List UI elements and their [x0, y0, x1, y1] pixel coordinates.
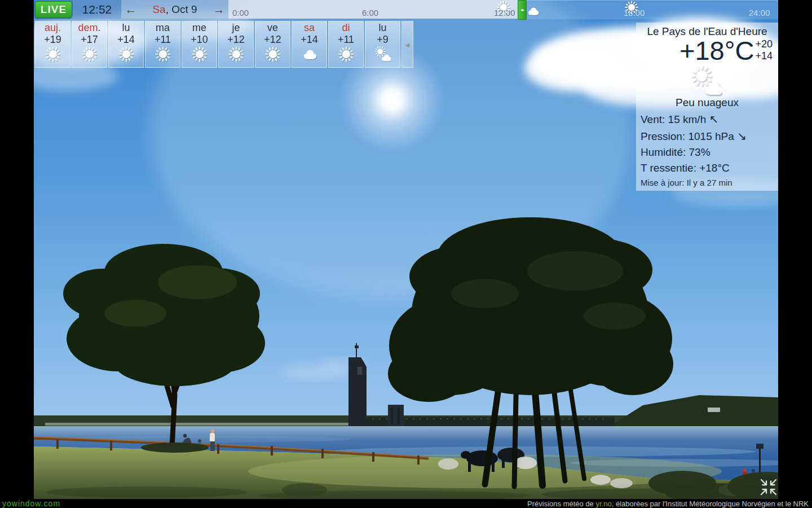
forecast-day-temp: +12	[219, 34, 253, 46]
forecast-day-sun[interactable]: di +11	[328, 21, 364, 68]
dam-parapet	[45, 423, 383, 426]
forecast-day-thu[interactable]: je +12	[218, 21, 254, 68]
forecast-day-tomorrow[interactable]: dem. +17	[72, 21, 107, 68]
sun-icon	[338, 46, 354, 62]
sun-icon	[45, 46, 61, 62]
pressure-label: Pression:	[641, 130, 685, 142]
timeline-track-future[interactable]	[526, 0, 778, 19]
app-viewport: LIVE 12:52 ← Sa, Oct 9 → 0:00 6:00 12:00…	[34, 0, 778, 499]
humidity-value: 73%	[689, 146, 710, 158]
forecast-collapse-button[interactable]: ◄	[401, 21, 413, 68]
forecast-day-label: lu	[365, 22, 400, 34]
feels-like-row: T ressentie: +18°C	[636, 162, 778, 174]
wind-direction-arrow: ↖	[709, 113, 718, 125]
sun-cloud-icon	[690, 66, 725, 97]
temperature-high: +20	[755, 38, 773, 50]
wind-value: 15 km/h	[668, 113, 707, 125]
forecast-day-label: lu	[109, 22, 143, 34]
top-bar: LIVE 12:52 ← Sa, Oct 9 → 0:00 6:00 12:00…	[34, 0, 778, 19]
sun-icon	[265, 46, 281, 62]
humidity-label: Humidité:	[641, 146, 686, 158]
cloud-icon	[302, 46, 317, 62]
sun-icon	[228, 46, 244, 62]
forecast-day-temp: +9	[365, 34, 400, 46]
sun-icon	[82, 46, 98, 62]
forecast-day-sat[interactable]: sa +14	[292, 21, 327, 68]
forecast-day-label: me	[182, 22, 217, 34]
current-time: 12:52	[73, 0, 121, 19]
forecast-day-label: auj.	[36, 22, 70, 34]
sun-icon	[497, 1, 510, 14]
pressure-value: 1015 hPa	[688, 130, 734, 142]
temperature-range: +20 +14	[755, 38, 773, 62]
forecast-day-label: ve	[255, 22, 290, 34]
forecast-day-temp: +17	[72, 34, 107, 46]
feels-like-label: T ressentie:	[641, 162, 696, 174]
yowindow-site-link[interactable]: yowindow.com	[2, 499, 60, 508]
last-update-value: Il y a 27 min	[687, 178, 732, 187]
yowindow-app-window: LIVE 12:52 ← Sa, Oct 9 → 0:00 6:00 12:00…	[0, 0, 812, 508]
sun-cloud-icon	[375, 46, 391, 62]
forecast-day-mon2[interactable]: lu +9	[365, 21, 400, 68]
forecast-day-temp: +19	[36, 34, 70, 46]
condition-text: Peu nuageux	[636, 97, 778, 109]
forecast-day-temp: +10	[182, 34, 217, 46]
date-navigator: ← Sa, Oct 9 →	[121, 0, 228, 19]
temperature-low: +14	[755, 50, 773, 62]
sun-icon	[192, 46, 208, 62]
forecast-day-mon[interactable]: lu +14	[108, 21, 144, 68]
current-date: Sa, Oct 9	[140, 0, 209, 19]
forecast-day-temp: +14	[292, 34, 326, 46]
footer-bar: yowindow.com Prévisions météo de yr.no, …	[0, 499, 812, 508]
last-update-row: Mise à jour: Il y a 27 min	[636, 178, 778, 187]
timeline-tick: 0:00	[232, 8, 249, 17]
yrno-link[interactable]: yr.no	[595, 500, 611, 508]
forecast-day-tue[interactable]: ma +11	[145, 21, 180, 68]
wind-row: Vent: 15 km/h ↖	[636, 112, 778, 126]
current-temperature: +18°C	[679, 37, 754, 65]
forecast-day-label: dem.	[72, 22, 107, 34]
sun-icon	[625, 1, 638, 14]
credit-text-after: , élaborées par l'Institut Météorologiqu…	[612, 500, 809, 508]
weather-panel: Le Pays de l'Eau d'Heure +18°C +20 +14 P…	[636, 23, 778, 191]
sun-icon	[155, 46, 171, 62]
forecast-strip: auj. +19 dem. +17 lu +14 ma +11 me +	[35, 21, 413, 68]
cloud-icon	[527, 5, 540, 17]
forecast-day-wed[interactable]: me +10	[182, 21, 217, 68]
feels-like-value: +18°C	[699, 162, 730, 174]
pressure-row: Pression: 1015 hPa ↘	[636, 129, 778, 143]
forecast-day-label: sa	[292, 22, 326, 34]
pressure-trend-arrow: ↘	[737, 130, 747, 142]
humidity-row: Humidité: 73%	[636, 146, 778, 159]
collapse-arrows-icon	[758, 476, 778, 498]
hill-building	[708, 408, 720, 412]
next-day-button[interactable]: →	[209, 0, 228, 19]
forecast-day-label: je	[219, 22, 253, 34]
last-update-label: Mise à jour:	[641, 178, 685, 187]
live-button[interactable]: LIVE	[35, 1, 72, 18]
date-rest: , Oct 9	[166, 3, 197, 15]
forecast-day-label: ma	[145, 22, 180, 34]
sun-icon	[118, 46, 134, 62]
forecast-day-temp: +12	[255, 34, 290, 46]
temperature-block: +18°C +20 +14	[636, 37, 778, 65]
exit-fullscreen-button[interactable]	[758, 476, 778, 498]
forecast-day-temp: +14	[109, 34, 143, 46]
previous-day-button[interactable]: ←	[121, 0, 140, 19]
forecast-day-temp: +11	[145, 34, 180, 46]
timeline-tick: 24:00	[749, 8, 770, 17]
date-weekday: Sa	[152, 3, 165, 15]
forecast-credit: Prévisions météo de yr.no, élaborées par…	[527, 500, 809, 508]
forecast-day-today[interactable]: auj. +19	[35, 21, 70, 68]
timeline-tick: 6:00	[362, 8, 378, 17]
wind-label: Vent:	[641, 113, 665, 125]
credit-text-before: Prévisions météo de	[527, 500, 595, 508]
forecast-day-fri[interactable]: ve +12	[255, 21, 290, 68]
forecast-day-label: di	[329, 22, 363, 34]
timeline-slider-handle[interactable]: ◂▸	[518, 0, 527, 20]
small-building-silhouette	[388, 405, 404, 427]
forecast-day-temp: +11	[329, 34, 363, 46]
